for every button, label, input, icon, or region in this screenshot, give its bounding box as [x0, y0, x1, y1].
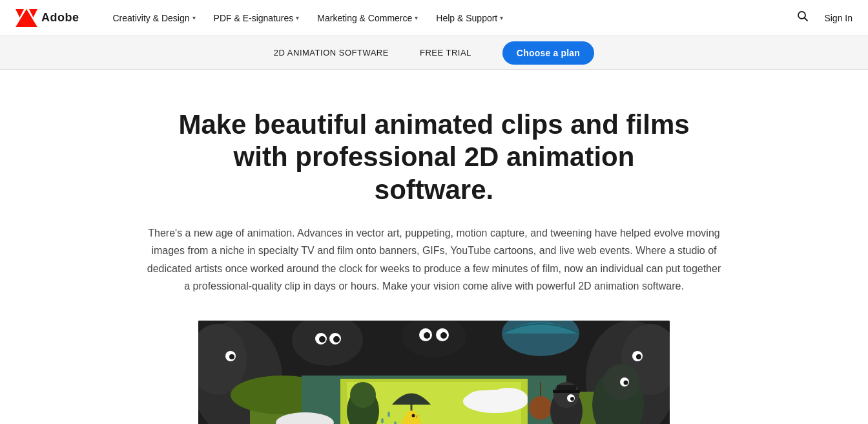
- hero-video: [198, 321, 670, 424]
- adobe-logo[interactable]: Adobe: [16, 9, 79, 27]
- nav-link-help[interactable]: Help & Support ▾: [428, 0, 511, 36]
- svg-point-23: [440, 332, 447, 339]
- svg-line-4: [805, 18, 808, 21]
- svg-point-55: [624, 380, 628, 385]
- svg-rect-48: [557, 385, 576, 390]
- animation-scene: [198, 321, 670, 424]
- svg-point-43: [489, 388, 528, 408]
- signin-link[interactable]: Sign In: [824, 13, 852, 23]
- svg-point-9: [229, 354, 234, 359]
- svg-point-21: [424, 332, 430, 339]
- chevron-down-icon: ▾: [192, 14, 196, 21]
- main-nav: Adobe Creativity & Design ▾ PDF & E-sign…: [0, 0, 868, 36]
- nav-actions: Sign In: [794, 8, 852, 28]
- subnav-link-trial[interactable]: Free Trial: [420, 48, 471, 58]
- svg-point-44: [529, 396, 552, 419]
- hero-section: Make beautiful animated clips and films …: [0, 70, 868, 424]
- subnav-link-software[interactable]: 2D ANIMATION SOFTWARE: [274, 48, 389, 58]
- svg-point-36: [412, 414, 415, 417]
- svg-point-34: [406, 410, 417, 422]
- svg-rect-49: [553, 390, 580, 393]
- svg-point-51: [570, 397, 574, 401]
- svg-point-13: [636, 354, 641, 359]
- nav-link-creativity[interactable]: Creativity & Design ▾: [105, 0, 203, 36]
- search-icon: [797, 10, 809, 22]
- svg-point-18: [333, 336, 340, 343]
- chevron-down-icon: ▾: [500, 14, 503, 21]
- choose-plan-button[interactable]: Choose a plan: [502, 41, 594, 65]
- sub-nav: 2D ANIMATION SOFTWARE Free Trial Choose …: [0, 36, 868, 70]
- adobe-logo-text: Adobe: [41, 11, 79, 25]
- hero-description: There's a new age of animation. Advances…: [143, 224, 725, 295]
- nav-links: Creativity & Design ▾ PDF & E-signatures…: [105, 0, 795, 36]
- nav-link-marketing[interactable]: Marketing & Commerce ▾: [309, 0, 426, 36]
- svg-point-16: [319, 336, 326, 343]
- svg-point-37: [388, 412, 390, 417]
- hero-title: Make beautiful animated clips and films …: [176, 109, 692, 206]
- chevron-down-icon: ▾: [415, 14, 418, 21]
- svg-point-39: [381, 418, 384, 423]
- adobe-icon: [16, 9, 37, 27]
- svg-point-31: [350, 382, 376, 408]
- chevron-down-icon: ▾: [296, 14, 299, 21]
- search-button[interactable]: [794, 8, 811, 28]
- nav-link-pdf[interactable]: PDF & E-signatures ▾: [206, 0, 307, 36]
